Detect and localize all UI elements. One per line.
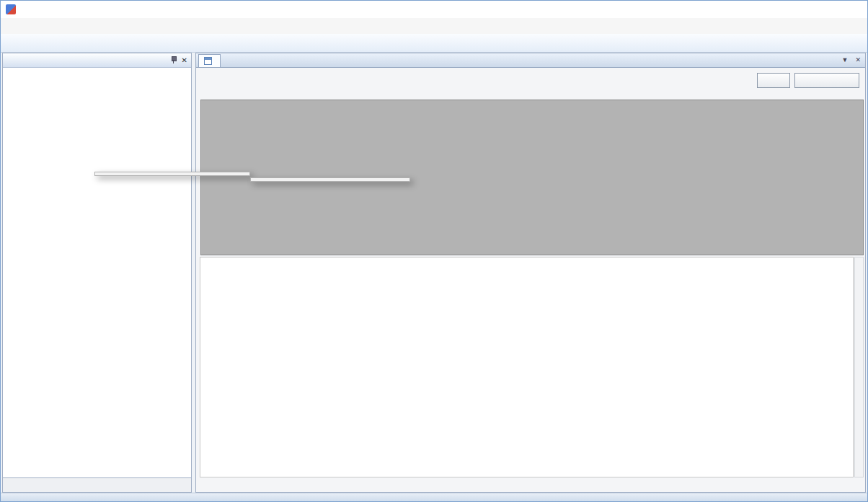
refresh-button[interactable] <box>757 73 790 88</box>
sql-code-view[interactable] <box>200 257 854 477</box>
chevron-down-icon[interactable]: ▼ <box>842 56 849 63</box>
panel-header: ✕ <box>3 53 191 68</box>
close-icon[interactable]: ✕ <box>182 57 187 64</box>
tab-strip: ▼ ✕ <box>196 53 865 68</box>
window-bottom-border <box>1 493 867 501</box>
grid-body <box>201 114 863 182</box>
main-panel: ▼ ✕ <box>195 53 866 493</box>
context-menu <box>94 172 250 176</box>
app-window: ✕ ▼ ✕ <box>0 0 868 502</box>
code-gen-submenu <box>250 177 410 182</box>
title-bar <box>1 1 867 18</box>
menu-bar <box>1 18 867 34</box>
tabstrip-icons: ▼ ✕ <box>842 56 861 63</box>
close-icon[interactable]: ✕ <box>855 56 861 63</box>
tab-table-info[interactable] <box>198 54 221 67</box>
app-icon <box>6 4 16 14</box>
database-tree <box>3 69 191 477</box>
code-scrollbar[interactable] <box>854 257 864 477</box>
toolbar <box>1 34 867 53</box>
set-alias-button[interactable] <box>794 73 859 88</box>
table-icon <box>204 57 212 65</box>
database-panel: ✕ <box>2 53 192 493</box>
pin-icon[interactable] <box>170 56 177 64</box>
panel-header-icons: ✕ <box>170 56 187 64</box>
grid-header <box>201 100 863 114</box>
left-bottom-tabs <box>3 477 191 492</box>
